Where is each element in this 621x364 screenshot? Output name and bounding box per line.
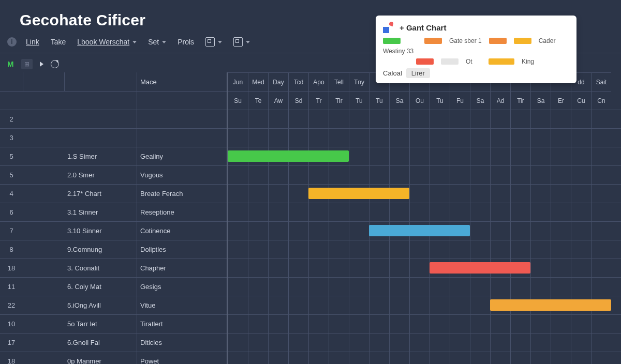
gantt-row (228, 240, 621, 259)
arrow-right-icon[interactable] (40, 62, 43, 67)
grid-icon[interactable]: ⊞ (21, 59, 33, 69)
task-id: 6.Gnoll Fal (64, 333, 137, 352)
row-number: 3 (0, 128, 23, 147)
task-id: 5o Tarr let (64, 315, 137, 333)
toolbar-icon-1[interactable] (203, 36, 224, 48)
gantt-header-cell: Day (268, 72, 288, 91)
menu-take[interactable]: Take (49, 37, 68, 47)
toolbar-icon-2[interactable] (231, 36, 252, 48)
gantt-subheader-cell: Tu (430, 91, 450, 110)
task-name: Diticles (137, 333, 227, 352)
task-name: Powet (137, 352, 227, 364)
info-icon[interactable]: i (7, 37, 17, 47)
row-number-gutter: 2355467818112210171819 (0, 72, 23, 364)
task-name: Tiratlert (137, 315, 227, 333)
task-id: 6. Coly Mat (64, 278, 137, 296)
gantt-subheader-cell: Ou (409, 91, 430, 110)
task-row[interactable]: 3. CoonalitChapher (23, 259, 227, 277)
gantt-header-cell: Tny (349, 72, 369, 91)
task-name: Vitue (137, 296, 227, 314)
row-number: 4 (0, 184, 23, 203)
task-id: 9.Comnung (64, 240, 137, 259)
task-name: Reseptione (137, 203, 227, 221)
gantt-row (228, 352, 621, 364)
gantt-bar[interactable] (308, 188, 409, 199)
row-number: 2 (0, 110, 23, 128)
task-row[interactable]: 3.10 SinnerCotinence (23, 221, 227, 240)
task-row[interactable]: 5o Tarr letTiratlert (23, 314, 227, 333)
task-row[interactable]: 9.ComnungDoliptles (23, 240, 227, 259)
menu-set[interactable]: Set (146, 37, 168, 47)
menu-prols[interactable]: Prols (175, 37, 196, 47)
task-id: 0p Manmer (64, 352, 137, 364)
task-id: 3. Coonalit (64, 259, 137, 277)
gantt-subheader-cell: Cn (591, 91, 611, 110)
task-name: Gesigs (137, 278, 227, 296)
gantt-row (228, 128, 621, 147)
row-number: 22 (0, 296, 23, 314)
app-logo-icon (383, 22, 394, 33)
legend-label: Westiny 33 (383, 48, 413, 55)
row-number: 18 (0, 352, 23, 364)
gantt-subheader-cell: Te (248, 91, 268, 110)
row-number: 10 (0, 314, 23, 333)
gantt-subheader-cell: Tr (308, 91, 329, 110)
task-name: Vugous (137, 166, 227, 184)
m-badge[interactable]: M (7, 59, 14, 68)
task-header-col3: Mace (137, 72, 227, 91)
legend-swatch-green (383, 38, 401, 44)
task-id: 5.iOng Avill (64, 296, 137, 314)
task-row[interactable]: 6.Gnoll FalDiticles (23, 333, 227, 352)
refresh-icon[interactable] (51, 60, 59, 68)
gantt-bar[interactable] (490, 299, 611, 311)
gantt-bar[interactable] (228, 150, 349, 162)
task-columns: Mace 1.S SimerGeaiiny2.0 SmerVugous2.17*… (23, 72, 227, 364)
legend-swatch-grey (441, 58, 459, 65)
gantt-header-cell: Sait (591, 72, 611, 91)
gantt-subheader-cell: Sa (389, 91, 409, 110)
legend-footer-button[interactable]: Lirer (406, 68, 430, 78)
gantt-subheader-cell: Sa (470, 91, 490, 110)
task-row[interactable]: 5.iOng AvillVitue (23, 296, 227, 314)
task-name: Cotinence (137, 222, 227, 240)
gantt-row (228, 110, 621, 128)
gantt-subheader-cell: Fu (450, 91, 470, 110)
menu-lbook[interactable]: Lbook Werschat (75, 37, 139, 47)
legend-footer-text: Caloal (383, 69, 402, 77)
legend-swatch-orange2 (489, 38, 507, 44)
task-row[interactable]: 1.S SimerGeaiiny (23, 147, 227, 165)
gantt-row (228, 277, 621, 296)
gantt-chart: JunMedDayTcdApoTellTnyddSait SuTeAwSdTrT… (227, 72, 621, 364)
gantt-bar[interactable] (369, 225, 470, 236)
gantt-subheader-cell: Sa (530, 91, 551, 110)
task-name: Doliptles (137, 240, 227, 259)
chevron-down-icon (162, 41, 166, 43)
gantt-header-cell: Tell (329, 72, 349, 91)
legend-swatch-yellow2 (489, 58, 514, 65)
gantt-subheader-cell: Tir (329, 91, 349, 110)
gantt-bar[interactable] (430, 262, 530, 274)
gantt-subheader-cell: Cu (571, 91, 591, 110)
task-row[interactable]: 6. Coly MatGesigs (23, 277, 227, 296)
grid-wrap: 2355467818112210171819 Mace 1.S SimerGea… (0, 72, 621, 364)
legend-card: + Gant Chart Gate sber 1 Cader Westiny 3… (376, 16, 576, 83)
task-row[interactable]: 3.1 SinnerReseptione (23, 203, 227, 221)
legend-swatch-red (416, 58, 434, 65)
task-id: 2.17* Chart (64, 185, 137, 203)
task-row[interactable]: 2.17* ChartBreate Ferach (23, 184, 227, 203)
gantt-header-cell: Med (248, 72, 268, 91)
task-row[interactable]: 2.0 SmerVugous (23, 165, 227, 184)
legend-swatch-orange (424, 38, 442, 44)
row-number: 11 (0, 277, 23, 296)
task-id: 1.S Simer (64, 147, 137, 165)
gantt-subheader-cell: Sd (288, 91, 308, 110)
gantt-row (228, 184, 621, 203)
gantt-subheader-cell: Tu (369, 91, 389, 110)
legend-title: + Gant Chart (400, 23, 446, 32)
gantt-header-bottom: SuTeAwSdTrTirTuTuSaOuTuFuSaAdTirSaErCuCn (228, 91, 621, 110)
row-number: 6 (0, 203, 23, 221)
chevron-down-icon (132, 41, 137, 43)
task-row[interactable]: 0p ManmerPowet (23, 352, 227, 364)
menu-link[interactable]: Link (24, 37, 41, 47)
legend-swatch-yellow (514, 38, 531, 44)
